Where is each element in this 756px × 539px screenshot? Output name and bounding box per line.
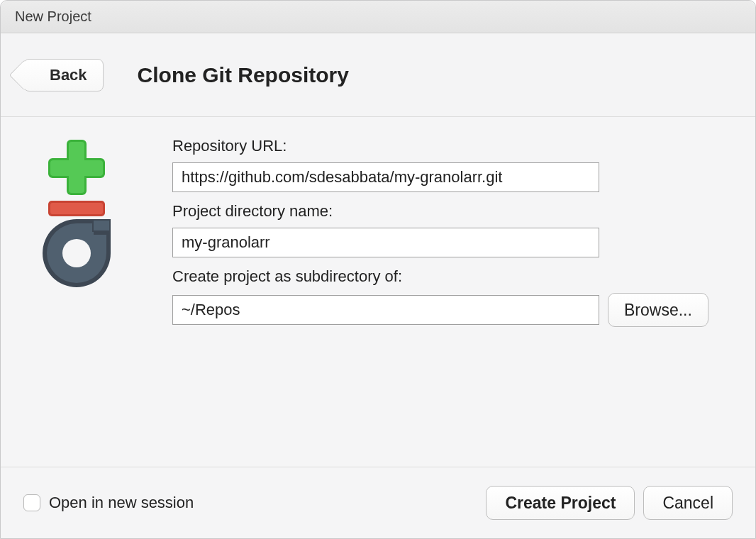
dir-name-label: Project directory name: <box>172 202 727 221</box>
icon-column <box>23 134 130 450</box>
back-button[interactable]: Back <box>23 59 104 91</box>
repo-url-label: Repository URL: <box>172 137 727 155</box>
dir-name-input[interactable] <box>172 228 599 257</box>
page-title: Clone Git Repository <box>138 63 349 87</box>
dialog-footer: Open in new session Create Project Cance… <box>1 467 755 538</box>
svg-point-6 <box>62 239 91 267</box>
cancel-button[interactable]: Cancel <box>643 486 733 520</box>
form-column: Repository URL: Project directory name: … <box>172 134 733 450</box>
git-create-icon <box>34 140 119 450</box>
svg-rect-8 <box>94 221 109 230</box>
subdir-input[interactable] <box>172 295 599 325</box>
browse-button[interactable]: Browse... <box>608 293 708 327</box>
open-new-session-label: Open in new session <box>49 494 477 512</box>
dialog-header: Back Clone Git Repository <box>1 33 755 117</box>
svg-rect-3 <box>50 160 103 176</box>
create-project-button[interactable]: Create Project <box>486 486 635 520</box>
window-titlebar: New Project <box>1 1 755 33</box>
svg-rect-5 <box>50 203 103 214</box>
new-project-dialog: New Project Back Clone Git Repository <box>0 0 756 539</box>
window-title: New Project <box>15 9 91 25</box>
open-new-session-checkbox[interactable] <box>23 494 40 511</box>
back-button-label: Back <box>50 66 87 84</box>
subdir-label: Create project as subdirectory of: <box>172 267 727 286</box>
repo-url-input[interactable] <box>172 162 599 192</box>
dialog-content: Repository URL: Project directory name: … <box>1 117 755 467</box>
